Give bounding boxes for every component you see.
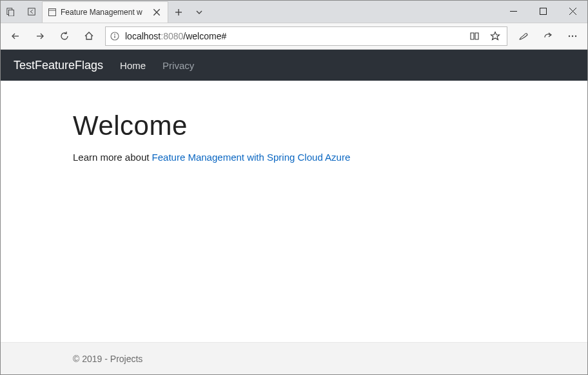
- notes-button[interactable]: [513, 25, 534, 47]
- page-lead: Learn more about Feature Management with…: [73, 152, 587, 163]
- url-host: localhost: [125, 31, 161, 41]
- minimize-icon: [510, 8, 517, 15]
- nav-back-button[interactable]: [5, 25, 26, 47]
- page-heading: Welcome: [73, 110, 587, 141]
- window-close-button[interactable]: [558, 1, 587, 22]
- address-bar-url: localhost:8080/welcome#: [125, 31, 226, 41]
- page-content: Welcome Learn more about Feature Managem…: [1, 81, 587, 342]
- star-icon: [490, 31, 500, 41]
- site-info-button[interactable]: [110, 31, 120, 41]
- pen-icon: [518, 31, 529, 41]
- close-icon: [152, 8, 161, 17]
- url-path: /welcome#: [183, 31, 226, 41]
- arrow-left-icon: [10, 31, 21, 41]
- book-icon: [469, 31, 480, 41]
- tabs-set-aside-button[interactable]: [1, 1, 21, 23]
- maximize-icon: [540, 8, 547, 15]
- tabs-you-set-aside-button[interactable]: [21, 1, 42, 23]
- svg-point-21: [575, 35, 576, 37]
- new-tab-button[interactable]: [168, 1, 189, 23]
- svg-marker-18: [491, 32, 500, 40]
- favorite-button[interactable]: [487, 28, 503, 44]
- nav-home-button[interactable]: [78, 25, 100, 47]
- svg-rect-3: [49, 9, 56, 16]
- tabs-you-set-aside-icon: [27, 7, 36, 16]
- page-viewport: TestFeatureFlags Home Privacy Welcome Le…: [1, 50, 587, 374]
- share-button[interactable]: [537, 25, 559, 47]
- info-icon: [110, 31, 120, 41]
- nav-forward-button[interactable]: [29, 25, 51, 47]
- nav-link-privacy[interactable]: Privacy: [162, 60, 194, 71]
- window-controls: [498, 1, 587, 23]
- tab-close-button[interactable]: [152, 8, 161, 17]
- window-maximize-button[interactable]: [528, 1, 558, 22]
- nav-refresh-button[interactable]: [54, 25, 75, 47]
- share-icon: [543, 31, 553, 41]
- close-icon: [569, 8, 576, 15]
- page-icon: [48, 8, 57, 17]
- svg-point-19: [569, 35, 570, 37]
- svg-point-20: [572, 35, 573, 37]
- page-footer: © 2019 - Projects: [1, 342, 587, 374]
- arrow-right-icon: [35, 31, 45, 41]
- window-minimize-button[interactable]: [498, 1, 528, 22]
- title-bar: Feature Management w: [1, 1, 587, 23]
- home-icon: [84, 31, 94, 41]
- svg-point-16: [114, 34, 115, 35]
- svg-rect-10: [540, 8, 546, 15]
- browser-tab-active[interactable]: Feature Management w: [42, 1, 168, 23]
- tab-title: Feature Management w: [61, 8, 148, 17]
- address-bar[interactable]: localhost:8080/welcome#: [105, 26, 507, 46]
- settings-more-button[interactable]: [562, 25, 583, 47]
- tab-set-aside-group: [1, 1, 42, 23]
- learn-more-link[interactable]: Feature Management with Spring Cloud Azu…: [152, 152, 351, 163]
- tab-strip: Feature Management w: [42, 1, 210, 23]
- svg-rect-1: [9, 10, 14, 16]
- reading-view-button[interactable]: [467, 28, 482, 44]
- tab-actions-button[interactable]: [189, 1, 210, 23]
- chevron-down-icon: [195, 8, 204, 17]
- brand-link[interactable]: TestFeatureFlags: [14, 59, 103, 72]
- plus-icon: [174, 8, 183, 17]
- svg-rect-2: [28, 8, 35, 15]
- browser-toolbar: localhost:8080/welcome#: [1, 23, 587, 50]
- title-bar-drag-region[interactable]: [210, 1, 498, 23]
- nav-link-home[interactable]: Home: [120, 60, 146, 71]
- lead-text: Learn more about: [73, 152, 152, 163]
- ellipsis-icon: [567, 31, 578, 41]
- site-navbar: TestFeatureFlags Home Privacy: [1, 50, 587, 81]
- footer-text: © 2019 - Projects: [73, 354, 142, 364]
- url-port: :8080: [161, 31, 183, 41]
- refresh-icon: [59, 31, 70, 41]
- tabs-set-aside-icon: [6, 7, 15, 16]
